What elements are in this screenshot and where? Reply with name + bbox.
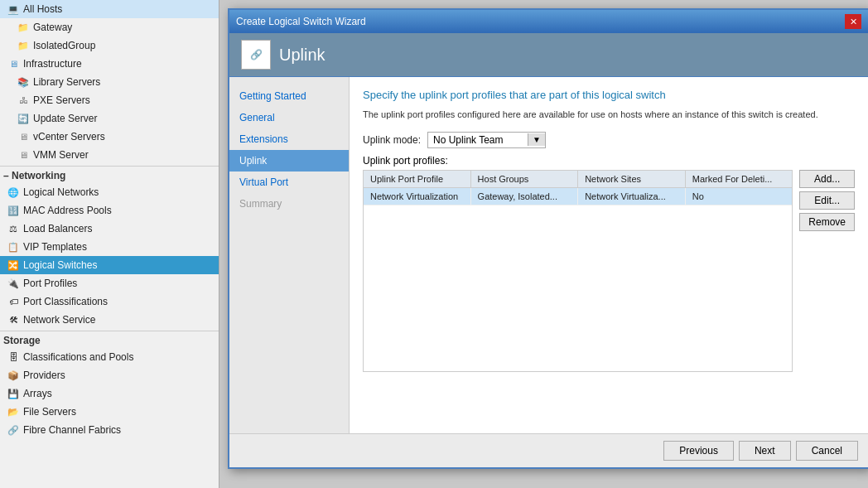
table-and-buttons: Uplink Port Profile Host Groups Network … [363, 170, 855, 379]
wizard-description: The uplink port profiles configured here… [363, 108, 855, 122]
sidebar-item-label: Infrastructure [23, 58, 82, 70]
wizard-nav-uplink[interactable]: Uplink [229, 150, 349, 172]
folder-icon: 📁 [17, 39, 30, 52]
storage-icon: 🗄 [7, 350, 20, 364]
server-icon: 🔄 [17, 112, 30, 125]
server-icon: 🖥 [17, 148, 30, 162]
next-button[interactable]: Next [739, 441, 791, 461]
cell-network-sites: Network Virtualiza... [578, 188, 686, 205]
dialog-footer: Previous Next Cancel [229, 433, 868, 467]
sidebar-item-vip-templates[interactable]: 📋 VIP Templates [0, 238, 219, 256]
sidebar-item-mac-address-pools[interactable]: 🔢 MAC Address Pools [0, 201, 219, 220]
sidebar-item-label: IsolatedGroup [33, 40, 95, 51]
networking-header: – Networking [0, 166, 219, 183]
dialog-backdrop: Create Logical Switch Wizard ✕ 🔗 Uplink … [219, 0, 868, 488]
mac-icon: 🔢 [7, 204, 20, 217]
uplink-mode-dropdown[interactable]: No Uplink Team ▼ [427, 132, 546, 148]
lb-icon: ⚖ [7, 222, 20, 235]
uplink-mode-value: No Uplink Team [428, 133, 528, 147]
sidebar-item-logical-switches[interactable]: 🔀 Logical Switches [0, 256, 219, 274]
cell-host-groups: Gateway, Isolated... [471, 188, 579, 205]
dialog-close-button[interactable]: ✕ [845, 14, 861, 29]
wizard-content: Specify the uplink port profiles that ar… [350, 77, 868, 433]
sidebar-item-label: File Servers [23, 406, 76, 418]
sidebar-item-label: PXE Servers [33, 94, 90, 106]
sidebar-item-vmm-server[interactable]: 🖥 VMM Server [0, 146, 219, 164]
sidebar-item-all-hosts[interactable]: 💻 All Hosts [0, 0, 219, 18]
sidebar-item-library-servers[interactable]: 📚 Library Servers [0, 73, 219, 91]
host-icon: 💻 [7, 2, 20, 16]
network-icon: 🌐 [7, 186, 20, 199]
col-header-marked: Marked For Deleti... [686, 171, 793, 187]
wizard-nav-extensions[interactable]: Extensions [229, 128, 349, 150]
sidebar-item-logical-networks[interactable]: 🌐 Logical Networks [0, 183, 219, 201]
host-icon: 🖥 [7, 57, 20, 70]
sidebar-item-classifications-pools[interactable]: 🗄 Classifications and Pools [0, 348, 219, 366]
netsvc-icon: 🛠 [7, 313, 20, 326]
array-icon: 💾 [7, 387, 20, 400]
col-header-host-groups: Host Groups [471, 171, 579, 187]
wizard-nav-summary: Summary [229, 193, 349, 215]
sidebar-item-label: VMM Server [33, 149, 89, 161]
sidebar-item-label: MAC Address Pools [23, 205, 112, 216]
uplink-profiles-table: Uplink Port Profile Host Groups Network … [363, 170, 793, 372]
wizard-nav-general[interactable]: General [229, 107, 349, 128]
storage-header: Storage [0, 331, 219, 348]
file-icon: 📂 [7, 405, 20, 418]
sidebar-item-label: Port Profiles [23, 278, 77, 289]
sidebar-item-port-profiles[interactable]: 🔌 Port Profiles [0, 274, 219, 292]
sidebar-item-port-classifications[interactable]: 🏷 Port Classifications [0, 292, 219, 311]
uplink-mode-row: Uplink mode: No Uplink Team ▼ [363, 132, 855, 148]
sidebar-item-isolatedgroup[interactable]: 📁 IsolatedGroup [0, 36, 219, 55]
col-header-network-sites: Network Sites [578, 171, 686, 187]
cell-marked: No [686, 188, 793, 205]
dialog-header-band: 🔗 Uplink [229, 33, 868, 77]
sidebar-item-label: Arrays [23, 388, 52, 399]
sidebar-item-fibre-channel[interactable]: 🔗 Fibre Channel Fabrics [0, 421, 219, 439]
sidebar-item-network-service[interactable]: 🛠 Network Service [0, 311, 219, 329]
cancel-button[interactable]: Cancel [796, 441, 858, 461]
provider-icon: 📦 [7, 369, 20, 382]
previous-button[interactable]: Previous [663, 441, 734, 461]
sidebar-item-label: VIP Templates [23, 241, 87, 253]
sidebar-item-label: Update Server [33, 113, 97, 124]
sidebar-item-infrastructure[interactable]: 🖥 Infrastructure [0, 55, 219, 73]
sidebar-item-label: Network Service [23, 314, 95, 326]
sidebar-item-label: Port Classifications [23, 296, 108, 307]
table-row[interactable]: Network Virtualization Gateway, Isolated… [364, 188, 792, 205]
edit-button[interactable]: Edit... [799, 191, 855, 210]
col-header-profile: Uplink Port Profile [364, 171, 471, 187]
sidebar-item-label: Logical Networks [23, 186, 99, 198]
sidebar-item-label: Library Servers [33, 76, 100, 88]
wizard-nav-getting-started[interactable]: Getting Started [229, 85, 349, 107]
uplink-icon: 🔗 [250, 49, 263, 60]
sidebar-item-vcenter-servers[interactable]: 🖥 vCenter Servers [0, 128, 219, 146]
sidebar-item-label: vCenter Servers [33, 131, 105, 143]
sidebar-item-pxe-servers[interactable]: 🖧 PXE Servers [0, 91, 219, 109]
server-icon: 🖧 [17, 94, 30, 107]
sidebar-item-file-servers[interactable]: 📂 File Servers [0, 403, 219, 421]
sidebar-item-label: All Hosts [23, 3, 62, 15]
dropdown-arrow-icon[interactable]: ▼ [528, 133, 545, 146]
dialog: Create Logical Switch Wizard ✕ 🔗 Uplink … [228, 8, 868, 469]
remove-button[interactable]: Remove [799, 213, 855, 231]
sidebar-item-label: Gateway [33, 22, 72, 33]
sidebar-item-providers[interactable]: 📦 Providers [0, 366, 219, 384]
wizard-nav: Getting Started General Extensions Uplin… [229, 77, 350, 433]
dialog-header-title: Uplink [279, 46, 326, 65]
wizard-nav-virtual-port[interactable]: Virtual Port [229, 172, 349, 193]
uplink-mode-label: Uplink mode: [363, 134, 421, 146]
add-button[interactable]: Add... [799, 170, 855, 188]
dialog-titlebar: Create Logical Switch Wizard ✕ [229, 10, 868, 33]
server-icon: 🖥 [17, 130, 30, 143]
server-icon: 📚 [17, 75, 30, 89]
sidebar-item-label: Load Balancers [23, 223, 92, 234]
table-header-row: Uplink Port Profile Host Groups Network … [364, 171, 792, 188]
sidebar-item-load-balancers[interactable]: ⚖ Load Balancers [0, 220, 219, 238]
sidebar-item-gateway[interactable]: 📁 Gateway [0, 18, 219, 36]
sidebar-item-update-server[interactable]: 🔄 Update Server [0, 109, 219, 128]
fibre-icon: 🔗 [7, 423, 20, 437]
dialog-header-icon: 🔗 [241, 40, 271, 70]
sidebar-item-label: Fibre Channel Fabrics [23, 424, 121, 436]
sidebar-item-arrays[interactable]: 💾 Arrays [0, 384, 219, 403]
